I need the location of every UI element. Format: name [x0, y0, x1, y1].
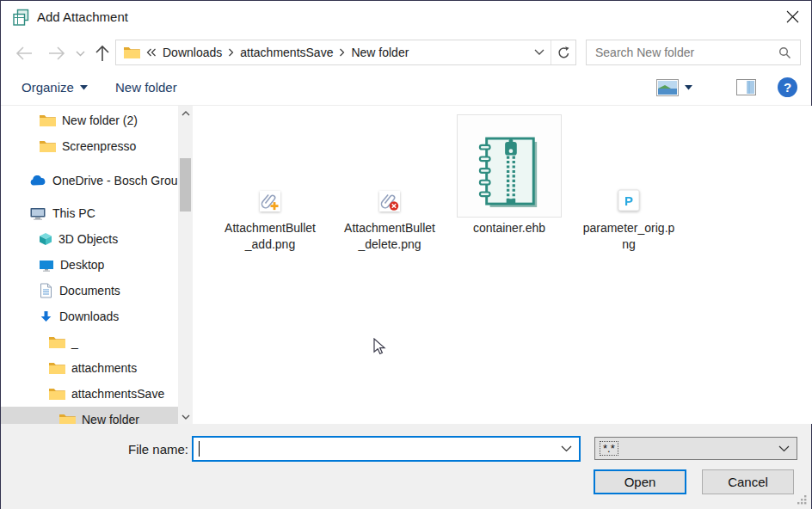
sidebar-item-label: attachments: [71, 361, 137, 375]
file-name-label: container.ehb: [453, 220, 565, 236]
chevron-right-icon[interactable]: [225, 48, 237, 57]
sidebar-item-3d-objects[interactable]: 3D Objects: [1, 226, 178, 252]
folder-icon: [48, 361, 65, 375]
sidebar-item-label: New folder (2): [62, 113, 138, 127]
image-p-file-icon: P: [617, 188, 641, 212]
refresh-button[interactable]: [551, 40, 575, 64]
address-bar[interactable]: Downloads attachmentsSave New folder: [115, 40, 576, 65]
sidebar-item-label: Documents: [59, 284, 120, 297]
up-button[interactable]: [91, 42, 114, 64]
forward-button[interactable]: [46, 42, 68, 64]
file-name-label: AttachmentBullet _add.png: [214, 220, 326, 253]
title-bar: Add Attachment: [1, 1, 811, 35]
new-folder-button[interactable]: New folder: [115, 70, 177, 105]
chevron-down-icon: [181, 414, 190, 420]
sidebar-item-desktop[interactable]: Desktop: [1, 252, 178, 278]
sidebar-item-downloads[interactable]: Downloads: [1, 304, 178, 329]
breadcrumb-segment[interactable]: Downloads: [159, 46, 225, 59]
dropdown-caret-icon: [685, 85, 692, 90]
sidebar-item-new-folder-selected[interactable]: New folder: [1, 407, 178, 424]
sidebar-item-documents[interactable]: Documents: [1, 278, 178, 304]
sidebar-item-new-folder-2[interactable]: New folder (2): [1, 107, 178, 133]
file-item-attachmentbullet-add[interactable]: AttachmentBullet _add.png: [214, 114, 326, 253]
close-button[interactable]: [775, 3, 809, 30]
file-item-container-ehb[interactable]: container.ehb: [453, 114, 565, 236]
sidebar-item-this-pc[interactable]: This PC: [1, 200, 178, 226]
onedrive-cloud-icon: [29, 175, 46, 187]
window-title: Add Attachment: [37, 1, 128, 35]
close-icon: [786, 10, 799, 23]
preview-pane-icon: [736, 79, 756, 95]
help-icon: ?: [778, 77, 797, 97]
address-dropdown-button[interactable]: [528, 40, 551, 64]
dialog-footer: File name: *.* Open Cancel: [1, 424, 811, 509]
change-view-button[interactable]: [656, 70, 692, 105]
monitor-icon: [39, 259, 54, 272]
sidebar-scrollbar[interactable]: [178, 106, 193, 424]
arrow-up-icon: [95, 44, 110, 63]
sidebar-item-label: OneDrive - Bosch Grou: [52, 174, 178, 187]
sidebar-item-label: This PC: [52, 206, 95, 220]
breadcrumb-segment[interactable]: New folder: [348, 46, 412, 59]
file-name-line: parameter_orig.p: [573, 220, 685, 236]
new-folder-label: New folder: [115, 80, 177, 95]
breadcrumb: Downloads attachmentsSave New folder: [116, 40, 528, 64]
chevron-right-icon[interactable]: [336, 48, 348, 57]
dropdown-caret-icon: [80, 85, 88, 90]
recent-locations-button[interactable]: [71, 42, 89, 64]
file-item-parameter-orig[interactable]: P parameter_orig.p ng: [573, 114, 685, 253]
file-name-label: AttachmentBullet _delete.png: [334, 220, 446, 253]
back-button[interactable]: [13, 42, 35, 64]
sidebar-item-underscore[interactable]: _: [1, 329, 178, 355]
open-button[interactable]: Open: [594, 469, 686, 494]
scroll-up-button[interactable]: [178, 106, 193, 120]
cancel-button[interactable]: Cancel: [702, 469, 794, 494]
resize-grip[interactable]: [797, 494, 808, 506]
breadcrumb-segment[interactable]: attachmentsSave: [237, 46, 336, 59]
chevron-down-icon: [778, 445, 797, 452]
svg-text:P: P: [624, 193, 633, 208]
sidebar-item-attachments[interactable]: attachments: [1, 355, 178, 381]
arrow-right-icon: [47, 46, 66, 61]
file-item-attachmentbullet-delete[interactable]: AttachmentBullet _delete.png: [334, 114, 446, 253]
file-type-dropdown[interactable]: *.*: [594, 437, 797, 460]
file-name-line: container.ehb: [453, 220, 565, 236]
preview-pane-button[interactable]: [736, 70, 756, 105]
search-icon[interactable]: [778, 46, 800, 59]
file-icon-zone: [214, 114, 326, 218]
download-arrow-icon: [39, 310, 53, 322]
sidebar-item-onedrive[interactable]: OneDrive - Bosch Grou: [1, 168, 178, 193]
file-icon-zone: P: [573, 114, 685, 218]
chevron-down-icon: [76, 51, 85, 57]
paperclip-delete-icon: [378, 190, 401, 212]
chevron-down-icon[interactable]: [561, 445, 579, 452]
sidebar-item-label: _: [71, 335, 78, 349]
organize-label: Organize: [22, 80, 74, 95]
scrollbar-thumb[interactable]: [180, 158, 191, 212]
selected-file-box: [457, 114, 562, 218]
file-name-label: parameter_orig.p ng: [573, 220, 685, 253]
3d-cube-icon: [39, 232, 52, 246]
folder-icon: [39, 139, 56, 153]
navigation-pane: New folder (2) Screenpresso OneDrive - B…: [1, 106, 178, 424]
open-file-dialog: Add Attachment: [0, 0, 812, 509]
search-input[interactable]: [587, 46, 778, 59]
scroll-down-button[interactable]: [178, 409, 193, 424]
file-name-line: _delete.png: [334, 236, 446, 253]
navigation-bar: Downloads attachmentsSave New folder: [1, 35, 811, 70]
folder-icon: [123, 46, 140, 59]
refresh-icon: [557, 46, 570, 59]
sidebar-item-label: attachmentsSave: [71, 387, 164, 401]
arrow-left-icon: [15, 46, 34, 61]
sidebar-item-attachmentssave[interactable]: attachmentsSave: [1, 381, 178, 407]
sidebar-item-screenpresso[interactable]: Screenpresso: [1, 133, 178, 159]
organize-menu-button[interactable]: Organize: [22, 70, 88, 105]
file-name-input[interactable]: [194, 442, 561, 456]
chevron-up-icon: [181, 111, 190, 116]
folder-icon: [48, 335, 65, 349]
folder-icon: [58, 413, 76, 424]
sidebar-item-label: Screenpresso: [62, 139, 136, 153]
help-button[interactable]: ?: [778, 70, 797, 105]
ehb-notebook-icon: [476, 134, 543, 213]
sidebar-item-label: 3D Objects: [58, 232, 118, 246]
